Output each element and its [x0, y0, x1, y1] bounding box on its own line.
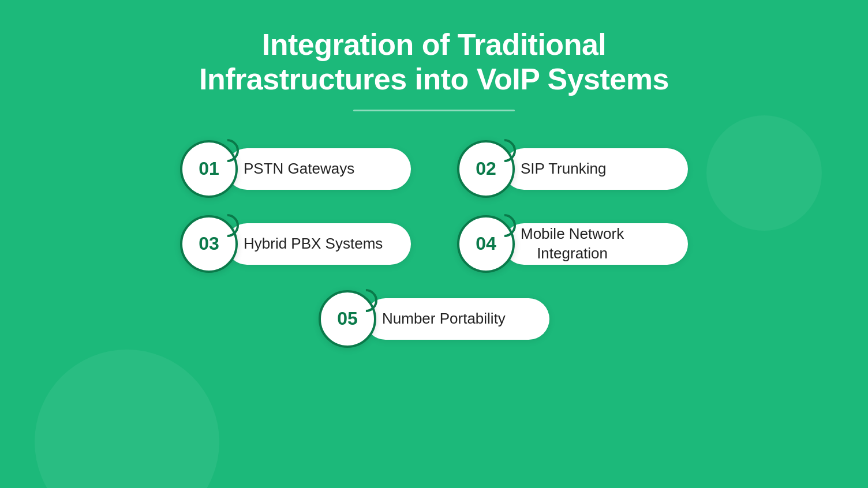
page-title: Integration of Traditional Infrastructur… [199, 28, 669, 97]
num-circle-05: 05 [319, 290, 376, 348]
label-03: Hybrid PBX Systems [244, 235, 383, 253]
num-02: 02 [476, 158, 496, 179]
label-01: PSTN Gateways [244, 160, 354, 178]
num-04: 04 [476, 233, 496, 254]
num-01: 01 [199, 158, 219, 179]
label-04: Mobile NetworkIntegration [521, 224, 624, 264]
num-circle-03: 03 [180, 215, 238, 273]
label-pill-03: Hybrid PBX Systems [226, 223, 411, 265]
header: Integration of Traditional Infrastructur… [199, 28, 669, 111]
label-02: SIP Trunking [521, 160, 606, 178]
title-divider [353, 110, 515, 111]
item-05: 05 Number Portability [319, 290, 549, 348]
label-pill-05: Number Portability [365, 298, 549, 340]
row-3: 05 Number Portability [88, 290, 780, 348]
item-03: 03 Hybrid PBX Systems [180, 215, 411, 273]
page: Integration of Traditional Infrastructur… [0, 0, 868, 488]
item-01: 01 PSTN Gateways [180, 140, 411, 198]
num-03: 03 [199, 233, 219, 254]
item-04: 04 Mobile NetworkIntegration [457, 215, 688, 273]
num-05: 05 [337, 308, 358, 329]
row-1: 01 PSTN Gateways 02 SIP Trunking [88, 140, 780, 198]
label-pill-02: SIP Trunking [503, 148, 688, 190]
num-circle-01: 01 [180, 140, 238, 198]
num-circle-04: 04 [457, 215, 515, 273]
label-pill-01: PSTN Gateways [226, 148, 411, 190]
label-pill-04: Mobile NetworkIntegration [503, 223, 688, 265]
items-container: 01 PSTN Gateways 02 SIP Trunking 03 [88, 140, 780, 348]
label-05: Number Portability [382, 310, 506, 328]
row-2: 03 Hybrid PBX Systems 04 Mobile NetworkI… [88, 215, 780, 273]
item-02: 02 SIP Trunking [457, 140, 688, 198]
num-circle-02: 02 [457, 140, 515, 198]
